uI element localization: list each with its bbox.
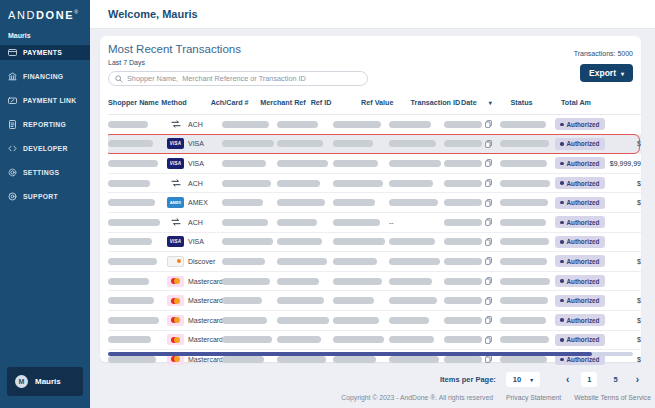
table-row[interactable]: MastercardAuthorized bbox=[108, 272, 641, 292]
sidebar-item-settings[interactable]: SETTINGS bbox=[0, 165, 90, 180]
cell-transaction-id bbox=[444, 159, 500, 167]
page-number-current[interactable]: 1 bbox=[581, 372, 597, 387]
copy-icon[interactable] bbox=[485, 257, 492, 265]
table-row[interactable]: MastercardAuthorized$ bbox=[108, 311, 641, 331]
status-badge: Authorized bbox=[555, 334, 605, 346]
page-footer: Copyright © 2023 - AndDone ®. All rights… bbox=[100, 394, 651, 401]
cell-ref-value bbox=[389, 278, 444, 285]
ref-value-placeholder bbox=[389, 317, 429, 324]
copy-icon[interactable] bbox=[485, 355, 492, 363]
copy-icon[interactable] bbox=[485, 238, 492, 246]
date-placeholder bbox=[500, 278, 550, 285]
cell-method: Mastercard bbox=[167, 315, 222, 326]
bank-icon bbox=[8, 72, 17, 81]
cell-transaction-id bbox=[444, 336, 500, 344]
sidebar-item-payment-link[interactable]: PAYMENT LINK bbox=[0, 93, 90, 108]
cell-shopper-name bbox=[108, 356, 167, 363]
cell-ref-value bbox=[389, 356, 444, 363]
cell-ref-value bbox=[389, 238, 444, 245]
copy-icon[interactable] bbox=[485, 179, 492, 187]
col-ach-card: Ach/Card # bbox=[211, 98, 261, 107]
ach-card-placeholder bbox=[222, 356, 264, 363]
sort-caret-icon[interactable]: ▾ bbox=[489, 99, 492, 106]
cell-merchant-ref bbox=[277, 336, 333, 343]
status-dot-icon bbox=[560, 279, 564, 283]
table-row[interactable]: DiscoverAuthorized$ bbox=[108, 252, 641, 272]
cell-ach-card bbox=[222, 278, 277, 285]
privacy-statement-link[interactable]: Privacy Statement bbox=[506, 394, 561, 401]
copy-icon[interactable] bbox=[485, 297, 492, 305]
sidebar-item-support[interactable]: SUPPORT bbox=[0, 189, 90, 204]
copy-icon[interactable] bbox=[485, 336, 492, 344]
shopper-placeholder bbox=[108, 160, 158, 167]
ref-value-placeholder bbox=[389, 278, 432, 285]
table-row[interactable]: VISAVISAAuthorized$ bbox=[108, 135, 641, 155]
copy-icon[interactable] bbox=[485, 140, 492, 148]
copy-icon[interactable] bbox=[485, 159, 492, 167]
discover-icon bbox=[167, 256, 184, 267]
link-icon bbox=[8, 96, 17, 105]
col-transaction-id: Transaction ID bbox=[411, 98, 461, 107]
cell-ach-card bbox=[222, 336, 277, 343]
transaction-id-placeholder bbox=[444, 160, 482, 167]
export-button[interactable]: Export▾ bbox=[580, 64, 633, 82]
cell-status: Authorized bbox=[555, 138, 611, 150]
cell-ref-value bbox=[389, 121, 444, 128]
ref-value-placeholder bbox=[389, 297, 437, 304]
next-page-button[interactable]: › bbox=[634, 374, 641, 385]
transaction-id-placeholder bbox=[444, 258, 482, 265]
sidebar: ANDDONE® Mauris PAYMENTS FINANCING PAYME… bbox=[0, 0, 90, 408]
ref-id-placeholder bbox=[333, 121, 381, 128]
cell-ref-id bbox=[333, 160, 389, 167]
cell-merchant-ref bbox=[277, 140, 333, 147]
merchant-ref-placeholder bbox=[277, 238, 322, 245]
transaction-id-placeholder bbox=[444, 238, 482, 245]
prev-page-button[interactable]: ‹ bbox=[564, 374, 571, 385]
cell-shopper-name bbox=[108, 219, 167, 226]
table-row[interactable]: ACHAuthorized bbox=[108, 115, 641, 135]
transactions-card: Most Recent Transactions Last 7 Days Tra… bbox=[100, 36, 641, 362]
copy-icon[interactable] bbox=[485, 218, 492, 226]
chevron-down-icon: ▾ bbox=[530, 377, 533, 383]
page-number-last[interactable]: 5 bbox=[607, 372, 623, 387]
cell-merchant-ref bbox=[277, 180, 333, 187]
cell-ref-id bbox=[333, 121, 389, 128]
date-placeholder bbox=[500, 199, 548, 206]
sidebar-profile[interactable]: M Mauris bbox=[7, 367, 83, 396]
table-row[interactable]: MastercardAuthorized$ bbox=[108, 291, 641, 311]
shopper-placeholder bbox=[108, 317, 159, 324]
copy-icon[interactable] bbox=[485, 277, 492, 285]
date-placeholder bbox=[500, 160, 547, 167]
status-badge: Authorized bbox=[555, 314, 605, 326]
page-size-select[interactable]: 10▾ bbox=[506, 372, 540, 387]
cell-transaction-id bbox=[444, 140, 500, 148]
sidebar-item-financing[interactable]: FINANCING bbox=[0, 69, 90, 84]
table-row[interactable]: AMEXAMEXAuthorized$ bbox=[108, 193, 641, 213]
shopper-placeholder bbox=[108, 121, 148, 128]
copy-icon[interactable] bbox=[485, 120, 492, 128]
horizontal-scrollbar-thumb[interactable] bbox=[108, 352, 592, 356]
table-row[interactable]: VISAVISAAuthorized$9,999,99 bbox=[108, 154, 641, 174]
table-row[interactable]: VISAVISAAuthorized bbox=[108, 233, 641, 253]
table-row[interactable]: ACH--Authorized bbox=[108, 213, 641, 233]
terms-of-service-link[interactable]: Website Terms of Service bbox=[574, 394, 651, 401]
sidebar-item-reporting[interactable]: REPORTING bbox=[0, 117, 90, 132]
status-badge: Authorized bbox=[555, 255, 605, 267]
date-placeholder bbox=[500, 238, 549, 245]
cell-shopper-name bbox=[108, 180, 167, 187]
table-row[interactable]: MastercardAuthorized$ bbox=[108, 331, 641, 351]
date-placeholder bbox=[500, 219, 546, 226]
search-input[interactable] bbox=[127, 74, 361, 83]
sidebar-item-payments[interactable]: PAYMENTS bbox=[0, 45, 90, 60]
ach-card-placeholder bbox=[222, 140, 274, 147]
status-dot-icon bbox=[560, 318, 564, 322]
ref-id-placeholder bbox=[333, 219, 380, 226]
cell-status: Authorized bbox=[555, 275, 611, 287]
merchant-ref-placeholder bbox=[277, 278, 319, 285]
cell-date bbox=[500, 336, 555, 343]
cell-status: Authorized bbox=[555, 216, 611, 228]
table-row[interactable]: ACHAuthorized$ bbox=[108, 174, 641, 194]
sidebar-item-developer[interactable]: DEVELOPER bbox=[0, 141, 90, 156]
copy-icon[interactable] bbox=[485, 199, 492, 207]
copy-icon[interactable] bbox=[485, 316, 492, 324]
